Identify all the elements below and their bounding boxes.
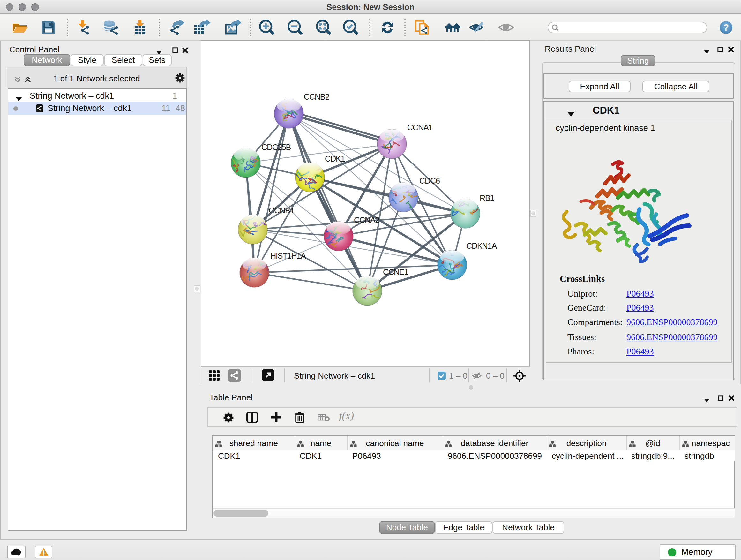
svg-text:HIST1H1A: HIST1H1A [270, 251, 306, 260]
svg-text:CDC6: CDC6 [419, 176, 440, 185]
svg-text:CCNB2: CCNB2 [304, 92, 329, 101]
svg-text:CCNE1: CCNE1 [383, 267, 408, 276]
svg-text:CDKN1A: CDKN1A [466, 241, 497, 250]
svg-text:CCNA2: CCNA2 [354, 215, 380, 225]
svg-text:CCNA1: CCNA1 [407, 123, 433, 132]
svg-text:RB1: RB1 [480, 193, 494, 202]
svg-text:CCNB1: CCNB1 [269, 206, 294, 215]
svg-text:?: ? [723, 22, 729, 33]
svg-text:CDC25B: CDC25B [261, 143, 291, 152]
svg-text:CDK1: CDK1 [325, 154, 345, 163]
